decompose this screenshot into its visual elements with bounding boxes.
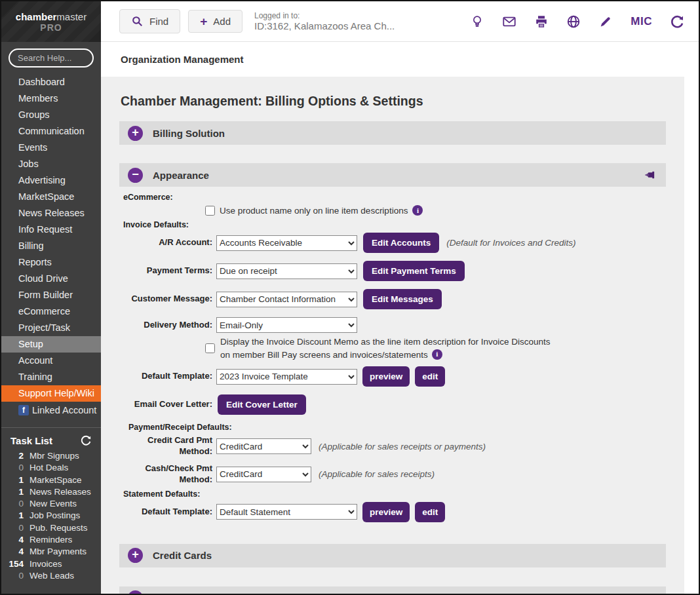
task-item-mbr-payments[interactable]: 4Mbr Payments	[1, 546, 101, 558]
task-label: Mbr Signups	[29, 450, 79, 462]
printer-icon[interactable]	[534, 14, 549, 29]
task-item-reminders[interactable]: 4Reminders	[1, 534, 101, 546]
sidebar-item-jobs[interactable]: Jobs	[1, 156, 101, 172]
task-count: 2	[1, 450, 24, 462]
sidebar-item-ecommerce[interactable]: eCommerce	[1, 303, 101, 320]
refresh-icon[interactable]	[670, 14, 684, 29]
sidebar-item-form-builder[interactable]: Form Builder	[1, 287, 101, 303]
task-item-marketspace[interactable]: 1MarketSpace	[1, 474, 101, 486]
task-item-hot-deals[interactable]: 0Hot Deals	[1, 462, 101, 474]
edit-cover-letter-button[interactable]: Edit Cover Letter	[218, 394, 306, 415]
info-icon[interactable]	[412, 205, 423, 216]
expand-icon[interactable]	[128, 548, 143, 563]
edit-accounts-button[interactable]: Edit Accounts	[363, 233, 439, 253]
section-appearance[interactable]: Appearance	[119, 163, 666, 187]
sidebar-item-support-help-wiki[interactable]: Support Help/Wiki	[1, 385, 101, 402]
task-item-mbr-signups[interactable]: 2Mbr Signups	[1, 450, 101, 462]
sidebar-item-cloud-drive[interactable]: Cloud Drive	[1, 271, 101, 287]
brand-tier: PRO	[40, 22, 62, 33]
expand-icon[interactable]	[128, 590, 143, 594]
task-count: 1	[1, 474, 24, 486]
collapse-icon[interactable]	[128, 168, 143, 183]
task-item-invoices[interactable]: 154Invoices	[1, 558, 101, 570]
sidebar-item-groups[interactable]: Groups	[1, 107, 101, 123]
sidebar-item-billing[interactable]: Billing	[1, 238, 101, 254]
expand-icon[interactable]	[128, 126, 143, 141]
sidebar-item-news-releases[interactable]: News Releases	[1, 205, 101, 221]
preview-button[interactable]: preview	[362, 366, 410, 387]
invoice-discount-memo-checkbox[interactable]	[205, 343, 215, 353]
section-manual-epayments[interactable]: Manual epayments Options and Settings	[119, 586, 666, 594]
payment-terms-select[interactable]: Due on receipt	[216, 263, 357, 279]
add-button[interactable]: + Add	[188, 10, 243, 33]
default-template-label: Default Template:	[119, 371, 216, 382]
task-label: Mbr Payments	[29, 546, 87, 558]
task-list-refresh-icon[interactable]	[80, 434, 92, 446]
sidebar-item-account[interactable]: Account	[1, 353, 101, 369]
sidebar-item-project-task[interactable]: Project/Task	[1, 320, 101, 336]
payment-terms-label: Payment Terms:	[119, 265, 216, 277]
task-item-news-releases[interactable]: 1News Releases	[1, 486, 101, 498]
statement-edit-button[interactable]: edit	[415, 502, 445, 522]
cash-check-pmt-method-select[interactable]: CreditCard	[216, 467, 311, 482]
sidebar-item-dashboard[interactable]: Dashboard	[1, 74, 101, 90]
task-item-web-leads[interactable]: 0Web Leads	[1, 570, 101, 582]
task-item-new-events[interactable]: 0New Events	[1, 498, 101, 510]
mic-button[interactable]: MIC	[631, 15, 652, 28]
sidebar-item-events[interactable]: Events	[1, 140, 101, 156]
sidebar-item-communication[interactable]: Communication	[1, 123, 101, 140]
globe-icon[interactable]	[566, 14, 581, 29]
section-credit-cards[interactable]: Credit Cards	[119, 544, 666, 567]
edit-payment-terms-button[interactable]: Edit Payment Terms	[363, 261, 465, 281]
brand-name-regular: master	[56, 11, 87, 22]
search-icon	[131, 15, 144, 28]
ecommerce-group-label: eCommerce:	[123, 193, 666, 202]
task-item-job-postings[interactable]: 1Job Postings	[1, 510, 101, 522]
edit-messages-button[interactable]: Edit Messages	[363, 289, 442, 309]
section-billing-solution[interactable]: Billing Solution	[119, 121, 666, 145]
delivery-method-select[interactable]: Email-Only	[216, 317, 357, 333]
logged-in-info: Logged in to: ID:3162, Kalamazoos Area C…	[254, 11, 395, 31]
delivery-method-label: Delivery Method:	[119, 320, 216, 331]
sidebar-item-advertising[interactable]: Advertising	[1, 172, 101, 189]
invoice-discount-memo-line1: Display the Invoice Discount Memo as the…	[220, 336, 550, 349]
sidebar-item-setup[interactable]: Setup	[1, 336, 101, 353]
ar-account-hint: (Default for Invoices and Credits)	[446, 238, 575, 248]
invoice-defaults-label: Invoice Defaults:	[123, 220, 666, 229]
default-template-select[interactable]: 2023 Invoice Template	[216, 369, 357, 385]
lightbulb-icon[interactable]	[470, 14, 484, 29]
linked-account-label: Linked Account	[32, 402, 96, 419]
statement-preview-button[interactable]: preview	[362, 502, 410, 522]
credit-card-pmt-method-select[interactable]: CreditCard	[216, 438, 311, 454]
task-count: 154	[1, 558, 24, 570]
product-name-only-checkbox[interactable]	[205, 206, 215, 216]
breadcrumb: Organization Management	[121, 54, 244, 65]
search-help-input[interactable]	[9, 48, 94, 67]
ar-account-select[interactable]: Accounts Receivable	[216, 235, 357, 251]
statement-template-select[interactable]: Default Statement	[216, 504, 357, 520]
sidebar-item-marketspace[interactable]: MarketSpace	[1, 189, 101, 205]
sidebar-item-training[interactable]: Training	[1, 369, 101, 385]
appearance-panel: eCommerce: Use product name only on line…	[119, 187, 666, 522]
task-label: Reminders	[29, 534, 72, 546]
edit-button[interactable]: edit	[415, 366, 445, 387]
task-count: 1	[1, 486, 24, 498]
sidebar-item-linked-account[interactable]: Linked Account	[1, 402, 101, 419]
section-title: Appearance	[153, 170, 209, 181]
sidebar-item-members[interactable]: Members	[1, 90, 101, 107]
customer-message-label: Customer Message:	[119, 294, 216, 305]
task-list: 2Mbr Signups 0Hot Deals 1MarketSpace 1Ne…	[1, 450, 101, 582]
brand-name-bold: chamber	[16, 11, 57, 22]
app-window: chambermaster PRO Dashboard Members Grou…	[0, 0, 700, 595]
info-icon[interactable]	[432, 349, 442, 360]
invoice-discount-memo-line2: on member Bill Pay screens and invoices/…	[220, 349, 428, 362]
pencil-icon[interactable]	[598, 14, 613, 29]
sidebar-item-info-request[interactable]: Info Request	[1, 221, 101, 238]
customer-message-select[interactable]: Chamber Contact Information	[216, 292, 357, 307]
mail-icon[interactable]	[502, 14, 516, 29]
pin-icon[interactable]	[643, 168, 657, 182]
sidebar-item-reports[interactable]: Reports	[1, 254, 101, 271]
product-name-only-label: Use product name only on line item descr…	[220, 206, 408, 216]
task-item-pub-requests[interactable]: 0Pub. Requests	[1, 522, 101, 534]
find-button[interactable]: Find	[119, 9, 180, 33]
